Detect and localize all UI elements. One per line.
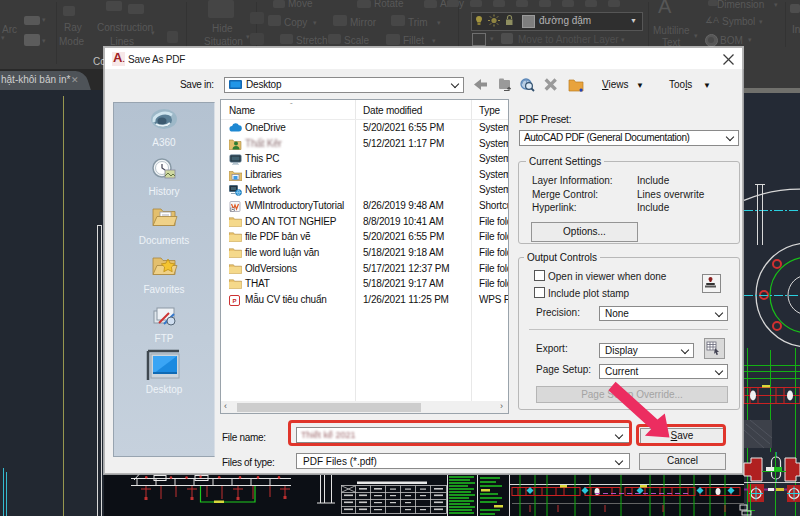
- svg-text:P: P: [232, 298, 236, 304]
- svg-text:History: History: [148, 186, 179, 197]
- svg-text:Documents: Documents: [139, 235, 190, 246]
- svg-text:Favorites: Favorites: [143, 284, 184, 295]
- svg-text:FTP: FTP: [155, 333, 174, 344]
- svg-text:Desktop: Desktop: [146, 384, 183, 395]
- svg-text:A360: A360: [152, 137, 176, 148]
